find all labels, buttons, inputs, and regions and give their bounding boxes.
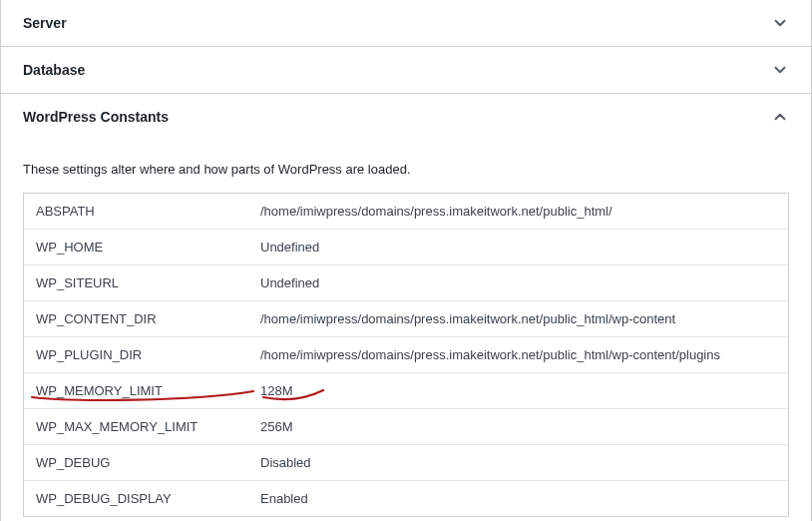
chevron-down-icon <box>771 14 789 32</box>
server-panel-header[interactable]: Server <box>1 0 811 46</box>
constant-value: 128M <box>260 383 776 398</box>
constant-value: /home/imiwpress/domains/press.imakeitwor… <box>260 347 776 362</box>
constant-name: WP_MEMORY_LIMIT <box>36 383 260 398</box>
table-row: WP_MAX_MEMORY_LIMIT256M <box>24 408 788 444</box>
table-row: WP_DEBUGDisabled <box>24 444 788 480</box>
constant-name: ABSPATH <box>36 204 260 219</box>
database-panel-title: Database <box>23 62 85 78</box>
wordpress-constants-panel-body: These settings alter where and how parts… <box>1 140 811 521</box>
constant-value: 256M <box>260 419 776 434</box>
constant-name: WP_SITEURL <box>36 275 260 290</box>
constant-name: WP_DEBUG <box>36 455 260 470</box>
wordpress-constants-description: These settings alter where and how parts… <box>23 162 789 177</box>
server-panel: Server <box>0 0 812 47</box>
constant-name: WP_MAX_MEMORY_LIMIT <box>36 419 260 434</box>
chevron-up-icon <box>771 108 789 126</box>
constant-name: WP_CONTENT_DIR <box>36 311 260 326</box>
constants-table: ABSPATH/home/imiwpress/domains/press.ima… <box>23 193 789 517</box>
table-row: WP_PLUGIN_DIR/home/imiwpress/domains/pre… <box>24 336 788 372</box>
wordpress-constants-panel: WordPress Constants These settings alter… <box>0 94 812 521</box>
constant-name: WP_DEBUG_DISPLAY <box>36 491 260 506</box>
wordpress-constants-panel-title: WordPress Constants <box>23 109 169 125</box>
constant-value: Disabled <box>260 455 776 470</box>
constant-value: /home/imiwpress/domains/press.imakeitwor… <box>260 204 776 219</box>
table-row: WP_SITEURLUndefined <box>24 264 788 300</box>
table-row: WP_CONTENT_DIR/home/imiwpress/domains/pr… <box>24 300 788 336</box>
database-panel-header[interactable]: Database <box>1 47 811 93</box>
constant-value: /home/imiwpress/domains/press.imakeitwor… <box>260 311 776 326</box>
wordpress-constants-panel-header[interactable]: WordPress Constants <box>1 94 811 140</box>
chevron-down-icon <box>771 61 789 79</box>
table-row: WP_DEBUG_DISPLAYEnabled <box>24 480 788 516</box>
constant-value: Undefined <box>260 240 776 255</box>
table-row: ABSPATH/home/imiwpress/domains/press.ima… <box>24 194 788 229</box>
database-panel: Database <box>0 47 812 94</box>
constant-value: Enabled <box>260 491 776 506</box>
table-row: WP_HOMEUndefined <box>24 229 788 264</box>
constant-name: WP_HOME <box>36 240 260 255</box>
constant-value: Undefined <box>260 275 776 290</box>
constant-name: WP_PLUGIN_DIR <box>36 347 260 362</box>
server-panel-title: Server <box>23 15 67 31</box>
table-row: WP_MEMORY_LIMIT128M <box>24 372 788 408</box>
